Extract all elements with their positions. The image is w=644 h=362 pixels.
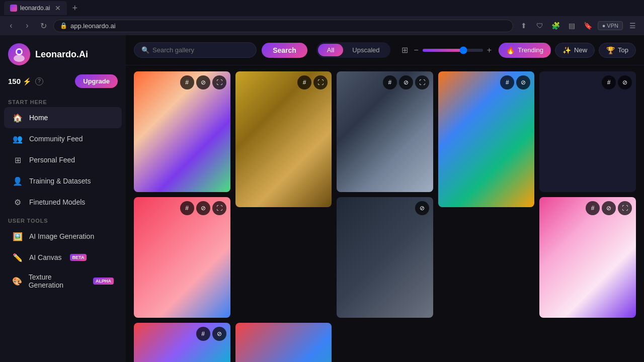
logo-text: Leonardo.Ai — [35, 49, 88, 60]
sidebar-ai-image-label: AI Image Generation — [29, 232, 94, 240]
menu-btn[interactable]: ☰ — [626, 19, 639, 32]
vpn-badge: ● VPN — [598, 21, 623, 30]
sidebar: Leonardo.Ai 150 ⚡ ? Upgrade Start Here 🏠… — [0, 35, 126, 362]
item-action-4a[interactable]: # — [500, 75, 514, 89]
trending-btn[interactable]: 🔥 Trending — [499, 43, 551, 58]
item-action-5a[interactable]: # — [602, 75, 616, 89]
item-overlay-2: # ⛶ — [297, 75, 328, 89]
new-icon: ✨ — [562, 46, 571, 54]
sidebar-logo: Leonardo.Ai — [0, 35, 126, 70]
search-button[interactable]: Search — [262, 43, 307, 58]
item-action-2a[interactable]: # — [297, 75, 311, 89]
svg-point-1 — [17, 50, 21, 54]
sidebar-item-ai-canvas[interactable]: ✏️ AI Canvas BETA — [4, 247, 122, 268]
item-expand-8[interactable]: ⛶ — [618, 201, 632, 215]
zoom-slider[interactable] — [423, 49, 483, 52]
svg-point-2 — [14, 55, 25, 62]
reload-btn[interactable]: ↻ — [37, 20, 49, 32]
item-action-1a[interactable]: # — [180, 75, 194, 89]
reader-btn[interactable]: ▤ — [566, 19, 579, 32]
address-bar[interactable]: 🔒 app.leonardo.ai — [53, 20, 513, 32]
sidebar-personal-label: Personal Feed — [29, 156, 75, 164]
filter-upscaled-tab[interactable]: Upscaled — [343, 44, 388, 56]
beta-badge: BETA — [70, 254, 87, 261]
bookmark-btn[interactable]: 🔖 — [582, 19, 595, 32]
zoom-in-btn[interactable]: + — [485, 44, 494, 57]
item-action-3b[interactable]: ⊘ — [399, 75, 413, 89]
item-overlay-3: # ⊘ ⛶ — [383, 75, 429, 89]
alpha-badge: ALPHA — [93, 278, 114, 285]
sidebar-finetuned-label: Finetuned Models — [29, 198, 85, 206]
gallery-item-1[interactable]: # ⊘ ⛶ — [134, 71, 230, 192]
sidebar-training-label: Training & Datasets — [29, 177, 91, 185]
info-btn[interactable]: ? — [35, 77, 43, 85]
item-expand-3[interactable]: ⛶ — [415, 75, 429, 89]
ai-image-icon: 🖼️ — [12, 231, 23, 242]
sidebar-item-texture[interactable]: 🎨 Texture Generation ALPHA — [4, 268, 122, 294]
tab-close-btn[interactable]: ✕ — [55, 4, 61, 12]
item-overlay-8: # ⊘ ⛶ — [586, 201, 632, 215]
gallery-item-4[interactable]: # ⊘ — [438, 71, 535, 207]
browser-tabs: leonardo.ai ✕ + — [0, 0, 644, 16]
item-expand-1[interactable]: ⛶ — [212, 75, 226, 89]
item-action-8a[interactable]: # — [586, 201, 600, 215]
texture-icon: 🎨 — [12, 276, 23, 287]
item-expand-2[interactable]: ⛶ — [313, 75, 328, 89]
finetuned-icon: ⚙ — [12, 197, 23, 208]
shield-btn[interactable]: 🛡 — [533, 19, 546, 32]
gallery-item-8[interactable]: # ⊘ ⛶ — [539, 197, 636, 318]
new-btn[interactable]: ✨ New — [555, 43, 595, 58]
item-action-8b[interactable]: ⊘ — [602, 201, 616, 215]
search-container[interactable]: 🔍 — [134, 42, 257, 58]
section-start-label: Start Here — [0, 94, 126, 107]
url-text: app.leonardo.ai — [70, 22, 116, 30]
item-overlay-6: # ⊘ ⛶ — [180, 201, 226, 215]
gallery-item-3[interactable]: # ⊘ ⛶ — [337, 71, 433, 192]
zoom-out-btn[interactable]: − — [412, 44, 421, 57]
gallery-item-2[interactable]: # ⛶ — [235, 71, 332, 207]
grid-controls: ⊞ − + — [399, 43, 494, 57]
share-btn[interactable]: ⬆ — [517, 19, 530, 32]
item-action-5b[interactable]: ⊘ — [618, 75, 632, 89]
logo-avatar — [8, 43, 30, 65]
gallery-item-9[interactable]: # ⊘ — [134, 323, 230, 362]
top-btn[interactable]: 🏆 Top — [599, 43, 636, 58]
section-tools-label: User Tools — [0, 213, 126, 226]
item-expand-6[interactable]: ⛶ — [212, 201, 226, 215]
nav-actions: ⬆ 🛡 🧩 ▤ 🔖 ● VPN ☰ — [517, 19, 639, 32]
filter-all-tab[interactable]: All — [318, 44, 343, 56]
sidebar-ai-canvas-label: AI Canvas — [29, 253, 62, 261]
search-input[interactable] — [152, 46, 249, 54]
forward-btn[interactable]: › — [21, 20, 33, 32]
item-action-4b[interactable]: ⊘ — [516, 75, 530, 89]
active-tab[interactable]: leonardo.ai ✕ — [4, 1, 67, 15]
puzzle-btn[interactable]: 🧩 — [549, 19, 562, 32]
gallery-item-6[interactable]: # ⊘ ⛶ — [134, 197, 230, 318]
sidebar-item-home[interactable]: 🏠 Home — [4, 107, 122, 128]
gallery-item-7[interactable]: ⊘ — [337, 197, 433, 318]
tokens-count: 150 ⚡ — [8, 77, 31, 85]
sidebar-item-ai-image[interactable]: 🖼️ AI Image Generation — [4, 226, 122, 247]
item-action-1b[interactable]: ⊘ — [196, 75, 210, 89]
back-btn[interactable]: ‹ — [5, 20, 17, 32]
item-action-7a[interactable]: ⊘ — [415, 201, 429, 215]
sidebar-item-community-feed[interactable]: 👥 Community Feed — [4, 128, 122, 149]
sidebar-item-training[interactable]: 👤 Training & Datasets — [4, 170, 122, 192]
item-action-6b[interactable]: ⊘ — [196, 201, 210, 215]
gallery-item-5[interactable]: # ⊘ — [539, 71, 636, 192]
new-tab-btn[interactable]: + — [69, 3, 80, 14]
item-overlay-4: # ⊘ — [500, 75, 530, 89]
sidebar-item-personal-feed[interactable]: ⊞ Personal Feed — [4, 149, 122, 170]
tab-favicon — [10, 5, 17, 12]
item-action-9a[interactable]: # — [196, 327, 210, 341]
browser-nav: ‹ › ↻ 🔒 app.leonardo.ai ⬆ 🛡 🧩 ▤ 🔖 ● VPN … — [0, 16, 644, 35]
grid-view-btn[interactable]: ⊞ — [399, 43, 410, 57]
gallery-item-10[interactable] — [235, 323, 332, 362]
sidebar-item-finetuned[interactable]: ⚙ Finetuned Models — [4, 192, 122, 213]
upgrade-btn[interactable]: Upgrade — [75, 74, 118, 88]
trending-icon: 🔥 — [506, 46, 515, 54]
item-action-3a[interactable]: # — [383, 75, 397, 89]
item-action-9b[interactable]: ⊘ — [212, 327, 226, 341]
item-action-6a[interactable]: # — [180, 201, 194, 215]
training-icon: 👤 — [12, 175, 23, 187]
